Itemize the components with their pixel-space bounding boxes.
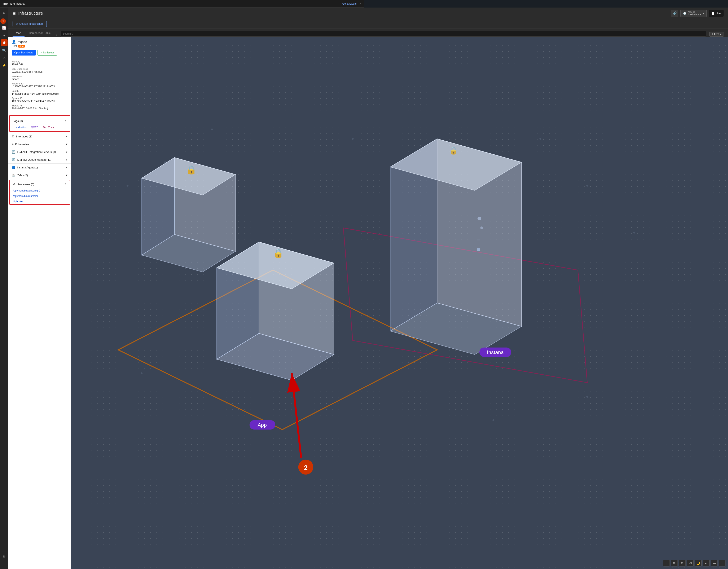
sidebar-icon-search[interactable]: 🔍 xyxy=(1,47,8,54)
svg-point-32 xyxy=(352,138,354,140)
check-icon: ✓ xyxy=(40,51,42,54)
tag-techzone[interactable]: TechZone xyxy=(41,125,56,129)
started-at-value: 2024-05-27, 08:06:33 (16h 48m) xyxy=(12,107,68,110)
hostname-value: mqace xyxy=(12,78,68,81)
sidebar-icon-layers[interactable] xyxy=(1,39,8,46)
svg-point-29 xyxy=(127,185,128,187)
max-open-files-label: Max Open Files xyxy=(12,68,68,70)
map-svg: 🔒 🔒 🔒 ≡ ≡ App Instana xyxy=(71,37,364,285)
instana-agent-title: Instana Agent (1) xyxy=(17,166,38,169)
boot-id-value: 14ed28b6-bb98-414f-9254-a4e54cc99c6c xyxy=(12,92,68,95)
sidebar-icon-apps[interactable]: ◈ xyxy=(1,32,8,39)
left-sidebar: ⌂ ⊞ 📈 ◈ 🔍 ⚠ ⚡ ⚙ ⋯ xyxy=(0,8,8,285)
jvms-icon: ☕ xyxy=(12,173,15,177)
header-left: ⊟ Infrastructure xyxy=(13,11,43,16)
host-meta: Host App xyxy=(12,45,68,48)
instana-agent-header[interactable]: 🔵 Instana Agent (1) ∨ xyxy=(8,164,71,171)
step1-badge: 1 xyxy=(0,18,6,24)
process-item-amqzmgr0[interactable]: /opt/mqm/bin/amqzmgr0 xyxy=(10,188,70,193)
interfaces-icon: ⚙ xyxy=(12,135,14,138)
ibm-ace-icon-group: 🔄 IBM ACE Integration Servers (3) xyxy=(12,150,56,154)
get-answers-link[interactable]: Get answers xyxy=(342,2,356,5)
tag-production[interactable]: production xyxy=(13,125,28,129)
open-dashboard-button[interactable]: Open Dashboard xyxy=(12,50,36,56)
tag-qotd[interactable]: QOTD xyxy=(29,125,40,129)
help-icon[interactable]: ? xyxy=(359,2,361,5)
tab-help-icon[interactable]: ? xyxy=(56,34,57,37)
map-search-input[interactable] xyxy=(61,31,364,37)
map-area[interactable]: 🔒 🔒 🔒 ≡ ≡ App Instana xyxy=(71,37,364,285)
analyze-infrastructure-button[interactable]: ⊙ Analyze Infrastructure xyxy=(13,21,47,27)
jvms-section: ☕ JVMs (5) ∨ xyxy=(8,171,71,179)
started-at-label: Started At xyxy=(12,104,68,107)
memory-value: 15.63 GiB xyxy=(12,63,68,66)
top-nav-right: Get answers ? xyxy=(342,2,361,5)
started-at-row: Started At 2024-05-27, 08:06:33 (16h 48m… xyxy=(12,104,68,110)
ibm-mq-title: IBM MQ Queue Manager (1) xyxy=(17,158,52,161)
sidebar-icon-alert[interactable]: ⚠ xyxy=(1,54,8,61)
infrastructure-icon: ⊟ xyxy=(13,11,16,16)
machine-id-label: Machine ID xyxy=(12,82,68,85)
kubernetes-title: Kubernetes xyxy=(15,143,29,146)
ibm-logo: IBM xyxy=(3,2,8,5)
process-item-bipbroker[interactable]: bipbroker xyxy=(10,199,70,204)
instana-agent-icon-group: 🔵 Instana Agent (1) xyxy=(12,166,38,169)
boot-id-row: Boot ID 14ed28b6-bb98-414f-9254-a4e54cc9… xyxy=(12,90,68,95)
memory-label: Memory xyxy=(12,60,68,63)
analyze-icon: ⊙ xyxy=(16,22,18,25)
app-name: IBM Instana xyxy=(10,2,25,5)
ibm-mq-icon-group: 🔄 IBM MQ Queue Manager (1) xyxy=(12,158,52,161)
host-icon: 👤 xyxy=(12,40,16,44)
processes-title: Processes (3) xyxy=(17,183,34,186)
tab-map[interactable]: Map xyxy=(13,30,25,37)
ibm-mq-icon: 🔄 xyxy=(12,158,15,161)
ibm-mq-section: 🔄 IBM MQ Queue Manager (1) ∨ xyxy=(8,156,71,164)
host-name: mqace xyxy=(18,40,27,44)
tab-comparison[interactable]: Comparison Table xyxy=(25,30,54,37)
jvms-header[interactable]: ☕ JVMs (5) ∨ xyxy=(8,171,71,179)
host-info-section: Memory 15.63 GiB Max Open Files 9,223,37… xyxy=(8,58,71,114)
svg-point-31 xyxy=(211,128,213,130)
sidebar-icon-home[interactable]: ⌂ xyxy=(1,9,8,16)
max-open-files-value: 9,223,372,036,854,775,808 xyxy=(12,70,68,73)
ibm-ace-header[interactable]: 🔄 IBM ACE Integration Servers (3) ∨ xyxy=(8,148,71,156)
tab-bar: Map Comparison Table ? Filters ▾ xyxy=(8,28,364,37)
ibm-mq-header[interactable]: 🔄 IBM MQ Queue Manager (1) ∨ xyxy=(8,156,71,163)
analyze-label: Analyze Infrastructure xyxy=(19,22,44,25)
system-id-value: 42359da375c353f07846f4a481115a91 xyxy=(12,100,68,103)
interfaces-chevron-icon: ∨ xyxy=(66,135,68,138)
machine-id-value: b236b676e953477c87f33f22214b967d xyxy=(12,85,68,88)
sidebar-icon-events[interactable]: ⚡ xyxy=(1,62,8,69)
tags-header[interactable]: Tags (3) ∧ xyxy=(13,118,66,124)
app-badge: App xyxy=(18,45,25,48)
processes-icon: ♻ xyxy=(13,182,16,186)
jvms-icon-group: ☕ JVMs (5) xyxy=(12,173,28,177)
no-issues-button[interactable]: ✓ No Issues xyxy=(38,50,57,56)
hostname-row: Hostname mqace xyxy=(12,75,68,81)
page-title: Infrastructure xyxy=(18,11,43,16)
boot-id-label: Boot ID xyxy=(12,90,68,92)
interfaces-header[interactable]: ⚙ Interfaces (1) ∨ xyxy=(8,133,71,140)
hostname-label: Hostname xyxy=(12,75,68,78)
sidebar-icon-chart[interactable]: 📈 xyxy=(1,24,8,31)
interfaces-icon-group: ⚙ Interfaces (1) xyxy=(12,135,32,138)
ibm-ace-icon: 🔄 xyxy=(12,150,15,154)
tags-title: Tags (3) xyxy=(13,119,23,123)
host-header: 👤 mqace Host App Open Dashboard ✓ No Iss… xyxy=(8,37,71,58)
app-brand: IBM IBM Instana xyxy=(3,2,25,5)
tags-chevron-up-icon: ∧ xyxy=(65,120,66,123)
kubernetes-section: ⎈ Kubernetes ∨ xyxy=(8,140,71,148)
interfaces-section: ⚙ Interfaces (1) ∨ xyxy=(8,133,71,140)
ibm-mq-chevron-icon: ∨ xyxy=(66,158,68,161)
kubernetes-header[interactable]: ⎈ Kubernetes ∨ xyxy=(8,140,71,148)
main-area: ⊟ Infrastructure 🔗 🕐 May 28 Last minute … xyxy=(8,8,364,285)
action-buttons: Open Dashboard ✓ No Issues xyxy=(12,50,68,56)
instana-agent-icon: 🔵 xyxy=(12,166,15,169)
processes-section: ♻ Processes (3) ∧ /opt/mqm/bin/amqzmgr0 … xyxy=(9,180,70,205)
process-item-runmqlsr[interactable]: /opt/mqm/bin/runmqlsr xyxy=(10,193,70,199)
content-area: 👤 mqace Host App Open Dashboard ✓ No Iss… xyxy=(8,37,364,285)
jvms-chevron-icon: ∨ xyxy=(66,174,68,177)
processes-header[interactable]: ♻ Processes (3) ∧ xyxy=(10,180,70,188)
page-toolbar: ⊙ Analyze Infrastructure xyxy=(8,19,364,28)
svg-text:🔒: 🔒 xyxy=(273,248,284,258)
